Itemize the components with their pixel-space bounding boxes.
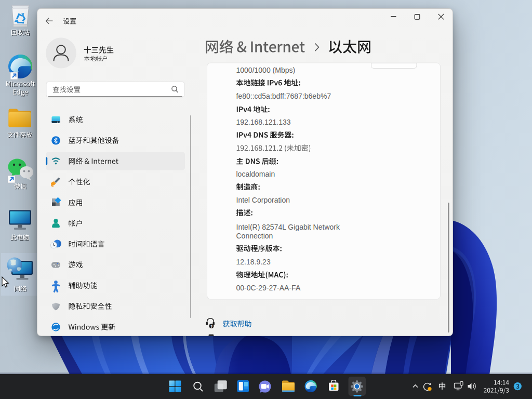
svg-text:?: ? <box>210 324 213 329</box>
